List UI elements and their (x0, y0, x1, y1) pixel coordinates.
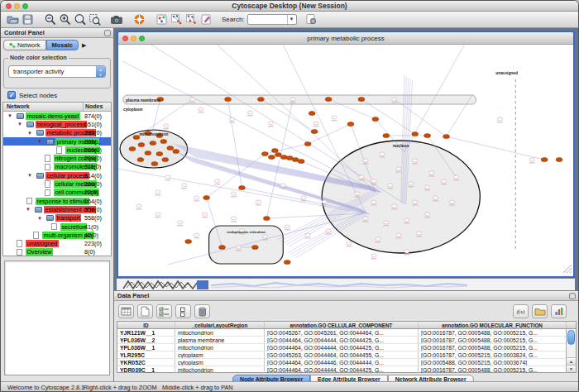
network-node[interactable] (404, 250, 409, 253)
network-node-selected[interactable] (138, 142, 145, 146)
network-node-selected[interactable] (162, 157, 169, 161)
attribute-table[interactable]: ID_cellularLayoutRegionannotation.GO CEL… (117, 321, 577, 373)
network-node[interactable] (231, 192, 236, 195)
network-node[interactable] (428, 171, 433, 174)
create-network-view-icon[interactable] (154, 12, 169, 27)
tree-node-label[interactable]: biological_process (36, 121, 87, 128)
network-node-selected[interactable] (238, 185, 245, 189)
network-node-selected[interactable] (167, 146, 174, 150)
network-node-selected[interactable] (271, 148, 278, 152)
vizmapper-icon[interactable] (199, 12, 213, 27)
tab-overflow-arrow-icon[interactable]: ▶ (82, 42, 86, 49)
close-button[interactable] (6, 3, 12, 9)
save-icon[interactable] (20, 12, 35, 27)
tree-node-label[interactable]: secretion (60, 223, 87, 231)
table-row[interactable]: YPL036W__2plasma membrane[GO:0044464, GO… (117, 337, 576, 344)
unselect-attributes-icon[interactable] (175, 304, 191, 318)
network-node[interactable] (189, 98, 194, 101)
tree-expander-icon[interactable]: ▼ (17, 120, 22, 128)
network-node[interactable] (424, 213, 429, 216)
network-node-selected[interactable] (156, 151, 163, 155)
column-header[interactable]: annotation.GO CELLULAR_COMPONENT (265, 322, 419, 328)
select-attributes-icon[interactable] (118, 304, 134, 318)
layout-view-b-icon[interactable] (184, 12, 199, 27)
network-node[interactable] (247, 111, 252, 114)
scrollbar-thumb[interactable] (567, 330, 575, 345)
tree-row[interactable]: ▼metabolic process280(0) (3, 129, 111, 137)
tree-row[interactable]: ▼primary metabo209(... (3, 137, 111, 146)
tree-row[interactable]: ▼transport558(0) (3, 214, 111, 222)
zoom-out-icon[interactable] (42, 12, 57, 27)
attribute-checklist-icon[interactable] (156, 304, 172, 318)
network-node[interactable] (376, 237, 380, 241)
network-node[interactable] (363, 159, 368, 162)
tree-row[interactable]: ▼mosaic-demo-yeast874(0) (3, 112, 111, 120)
network-node[interactable] (392, 98, 397, 101)
tree-header[interactable]: Network Nodes (3, 103, 111, 112)
network-node-selected[interactable] (358, 97, 365, 101)
network-node[interactable] (433, 196, 438, 199)
tree-row[interactable]: multi-organism pro42(0) (3, 231, 111, 239)
tree-node-label[interactable]: Overview (26, 248, 53, 256)
minimize-button[interactable] (14, 3, 20, 9)
layout-view-a-icon[interactable] (169, 12, 184, 27)
tab-mosaic[interactable]: Mosaic (46, 40, 79, 50)
tree-row[interactable]: nucleobase-209(0) (3, 146, 111, 154)
network-node-selected[interactable] (424, 133, 431, 137)
network-node-selected[interactable] (225, 97, 232, 101)
tree-row[interactable]: ▼establishment of lo558(0) (3, 205, 111, 213)
table-row[interactable]: YKR052Ccytoplasm[GO:0044464, GO:0044446,… (117, 359, 576, 366)
network-node-selected[interactable] (263, 216, 270, 220)
network-node[interactable] (285, 225, 290, 228)
network-node[interactable] (453, 175, 458, 179)
network-node-selected[interactable] (251, 245, 258, 249)
network-node[interactable] (322, 200, 327, 203)
network-node[interactable] (326, 229, 331, 232)
tree-row[interactable]: macromolecule311(0) (3, 163, 111, 171)
network-node[interactable] (156, 190, 160, 194)
network-node[interactable] (136, 204, 141, 208)
tree-row[interactable]: nitrogen compo209(0) (3, 154, 111, 162)
settings-page-icon[interactable] (304, 12, 319, 27)
dropdown-stepper-icon[interactable]: ▲▼ (96, 66, 105, 77)
network-node[interactable] (413, 200, 418, 203)
network-view-frame[interactable]: primary metabolic process plasma membran… (117, 31, 575, 278)
network-node-selected[interactable] (347, 122, 354, 126)
attribute-chart-icon[interactable] (551, 304, 567, 318)
network-node[interactable] (305, 233, 310, 237)
network-node[interactable] (359, 175, 364, 179)
network-node-selected[interactable] (129, 146, 136, 151)
network-node[interactable] (388, 184, 393, 187)
network-node[interactable] (363, 217, 368, 220)
network-node-selected[interactable] (219, 245, 226, 249)
tree-expander-icon[interactable]: ▼ (37, 137, 42, 146)
tree-expander-icon[interactable]: ▼ (26, 205, 31, 213)
search-dropdown-icon[interactable]: ▼ (287, 15, 296, 24)
tree-row[interactable]: response to stimulu264(0) (3, 197, 111, 205)
zoom-in-icon[interactable] (57, 12, 72, 27)
network-node[interactable] (313, 122, 318, 125)
tree-row[interactable]: secretion41(0) (3, 222, 111, 231)
float-panel-icon[interactable] (104, 30, 111, 36)
network-node[interactable] (371, 200, 376, 203)
tree-expander-icon[interactable]: ▼ (7, 112, 12, 120)
tree-node-label[interactable]: unassigned (26, 240, 59, 247)
resize-grip-icon[interactable] (570, 271, 572, 273)
network-canvas[interactable]: plasma membranecytoplasmmitochondrionnuc… (118, 45, 573, 276)
network-node[interactable] (384, 221, 389, 224)
network-node-selected[interactable] (203, 195, 210, 199)
network-node[interactable] (231, 217, 236, 220)
column-header[interactable]: annotation.GO MOLECULAR_FUNCTION (419, 322, 567, 328)
tree-node-label[interactable]: response to stimulu (36, 198, 89, 205)
tree-row[interactable]: cellular metabo209(0) (3, 179, 111, 188)
network-node[interactable] (262, 235, 267, 238)
network-node-selected[interactable] (325, 97, 332, 101)
network-node[interactable] (214, 179, 219, 183)
network-node[interactable] (229, 117, 234, 121)
table-row[interactable]: YJR121W__1mitochondrion[GO:0045267, GO:0… (117, 329, 576, 337)
network-node[interactable] (236, 246, 241, 249)
network-node[interactable] (529, 158, 534, 161)
tree-row[interactable]: unassigned223(0) (3, 239, 111, 247)
network-node[interactable] (371, 254, 376, 257)
network-node-selected[interactable] (284, 260, 290, 264)
